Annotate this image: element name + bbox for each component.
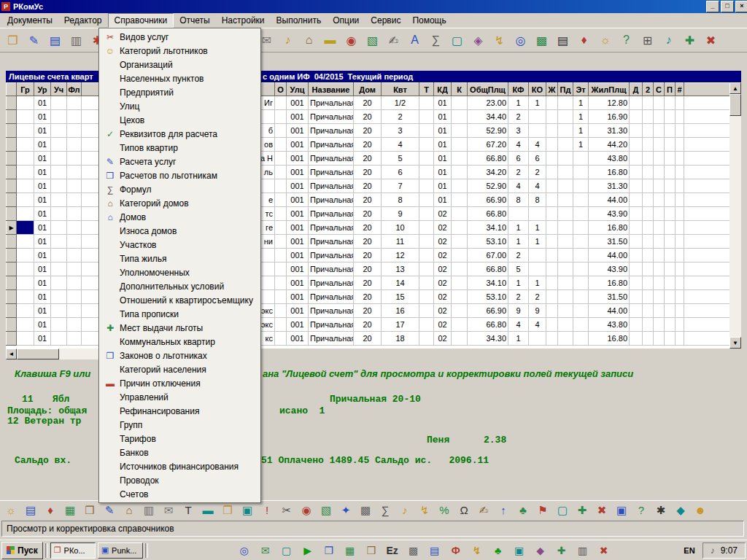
table-cell[interactable] <box>419 179 434 193</box>
menu-bar-item[interactable]: Выполнить <box>271 14 328 27</box>
table-cell[interactable] <box>546 262 558 276</box>
table-cell[interactable]: 1 <box>573 124 589 138</box>
table-cell[interactable]: 20 <box>354 262 382 276</box>
table-cell[interactable]: 4 <box>529 318 546 332</box>
table-cell[interactable] <box>67 332 82 346</box>
table-cell[interactable] <box>573 332 589 346</box>
table-cell[interactable] <box>275 304 287 318</box>
gem-icon[interactable]: ◆ <box>533 542 549 559</box>
table-cell[interactable] <box>630 152 643 166</box>
table-cell[interactable] <box>17 332 34 346</box>
table-cell[interactable] <box>630 138 643 152</box>
language-indicator[interactable]: EN <box>679 545 699 556</box>
table-cell[interactable] <box>630 124 643 138</box>
table-cell[interactable] <box>419 262 434 276</box>
table-cell[interactable] <box>51 318 67 332</box>
table-cell[interactable] <box>665 221 676 235</box>
table-cell[interactable] <box>558 290 573 304</box>
table-cell[interactable] <box>665 332 676 346</box>
dropdown-menu-item[interactable]: Улиц <box>101 99 259 113</box>
table-cell[interactable] <box>452 166 468 179</box>
table-cell[interactable] <box>7 332 17 346</box>
table-cell[interactable] <box>630 207 643 221</box>
table-cell[interactable] <box>684 96 730 110</box>
dropdown-menu-item[interactable]: Отношений к квартиросъемщику <box>101 293 259 307</box>
table-cell[interactable] <box>419 152 434 166</box>
monitor-icon[interactable]: ▢ <box>447 31 467 50</box>
table-cell[interactable] <box>17 166 34 179</box>
table-cell[interactable]: 1 <box>529 276 546 290</box>
table-cell[interactable] <box>684 235 730 249</box>
table-cell[interactable]: 2 <box>508 290 529 304</box>
table-cell[interactable] <box>643 318 654 332</box>
table-cell[interactable] <box>643 262 654 276</box>
dropdown-menu-item[interactable]: Рефинансирования <box>101 404 259 418</box>
folder-icon[interactable]: ❐ <box>218 502 237 519</box>
delete-icon[interactable]: ✖ <box>592 502 611 519</box>
table-cell[interactable] <box>17 207 34 221</box>
table-cell[interactable]: 20 <box>354 138 382 152</box>
table-cell[interactable]: 31.50 <box>589 290 630 304</box>
table-cell[interactable] <box>665 207 676 221</box>
dropdown-menu-item[interactable]: Участков <box>101 238 259 252</box>
table-cell[interactable]: 001 <box>287 124 309 138</box>
table-cell[interactable] <box>643 96 654 110</box>
table-cell[interactable] <box>419 249 434 262</box>
table-cell[interactable]: 01 <box>34 276 51 290</box>
table-cell[interactable] <box>17 124 34 138</box>
table-cell[interactable]: 31.30 <box>589 179 630 193</box>
table-cell[interactable]: 23.00 <box>468 96 508 110</box>
table-cell[interactable]: 2 <box>508 166 529 179</box>
table-cell[interactable] <box>630 96 643 110</box>
bolt-icon[interactable]: ↯ <box>489 31 509 50</box>
table-cell[interactable] <box>275 96 287 110</box>
table-cell[interactable]: Причальная <box>309 138 354 152</box>
table-cell[interactable]: 1 <box>508 332 529 346</box>
table-cell[interactable] <box>665 166 676 179</box>
report-icon[interactable]: ▤ <box>21 502 40 519</box>
table-cell[interactable]: 01 <box>34 152 51 166</box>
table-cell[interactable]: 01 <box>434 138 452 152</box>
table-cell[interactable] <box>419 193 434 207</box>
table-cell[interactable] <box>452 235 468 249</box>
table-cell[interactable]: 1 <box>529 221 546 235</box>
table-cell[interactable]: 20 <box>354 207 382 221</box>
table-cell[interactable] <box>558 166 573 179</box>
table-cell[interactable] <box>452 179 468 193</box>
table-cell[interactable]: 01 <box>34 110 51 124</box>
table-cell[interactable] <box>676 276 684 290</box>
table-cell[interactable]: 1 <box>573 96 589 110</box>
table-cell[interactable] <box>7 262 17 276</box>
up-icon[interactable]: ↑ <box>494 502 513 519</box>
table-cell[interactable] <box>529 332 546 346</box>
table-cell[interactable] <box>643 235 654 249</box>
table-cell[interactable]: Причальная <box>309 290 354 304</box>
table-cell[interactable]: Причальная <box>309 193 354 207</box>
table-cell[interactable]: 01 <box>34 138 51 152</box>
table-cell[interactable] <box>17 138 34 152</box>
dropdown-menu-item[interactable]: Типа жилья <box>101 252 259 265</box>
grid-icon[interactable]: ▩ <box>406 542 422 559</box>
table-cell[interactable] <box>684 207 730 221</box>
table-cell[interactable] <box>529 207 546 221</box>
table-cell[interactable]: 44.00 <box>589 304 630 318</box>
maximize-button[interactable]: □ <box>721 1 734 12</box>
table-cell[interactable] <box>665 179 676 193</box>
table-cell[interactable]: 01 <box>34 332 51 346</box>
table-cell[interactable] <box>67 179 82 193</box>
book-icon[interactable]: ▤ <box>45 31 65 50</box>
table-cell[interactable]: 001 <box>287 166 309 179</box>
table-cell[interactable]: 20 <box>354 96 382 110</box>
table-cell[interactable] <box>419 110 434 124</box>
scroll-down-icon[interactable]: ▼ <box>729 337 741 349</box>
table-cell[interactable]: 66.90 <box>468 193 508 207</box>
table-cell[interactable] <box>419 290 434 304</box>
table-cell[interactable]: 9 <box>382 207 419 221</box>
table-cell[interactable] <box>275 207 287 221</box>
bell-icon[interactable]: ♪ <box>278 31 298 50</box>
table-cell[interactable] <box>654 96 665 110</box>
table-cell[interactable]: 01 <box>34 290 51 304</box>
table-cell[interactable] <box>67 96 82 110</box>
table-cell[interactable] <box>7 193 17 207</box>
table-cell[interactable] <box>654 290 665 304</box>
